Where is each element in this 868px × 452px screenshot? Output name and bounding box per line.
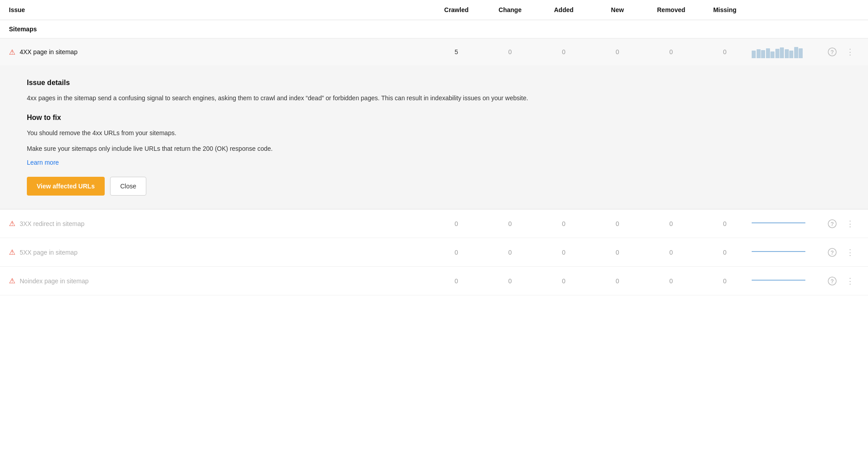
new-noindex: 0 (591, 277, 644, 285)
warning-icon-3xx: ⚠ (9, 219, 15, 228)
help-icon-5xx[interactable]: ? (823, 248, 841, 257)
chart-4xx (752, 46, 823, 58)
col-help (823, 6, 841, 13)
svg-text:?: ? (830, 249, 834, 256)
fix-step1: You should remove the 4xx URLs from your… (27, 128, 841, 138)
fix-step2: Make sure your sitemaps only include liv… (27, 144, 841, 154)
how-to-fix-title: How to fix (27, 114, 841, 122)
issue-row-3xx[interactable]: ⚠ 3XX redirect in sitemap 0 0 0 0 0 0 ? … (0, 209, 868, 238)
col-added: Added (537, 6, 591, 13)
svg-text:?: ? (830, 49, 834, 55)
new-3xx: 0 (591, 220, 644, 227)
added-noindex: 0 (537, 277, 591, 285)
missing-3xx: 0 (698, 220, 752, 227)
svg-text:?: ? (830, 221, 834, 227)
crawled-4xx: 5 (430, 48, 483, 55)
col-change: Change (483, 6, 537, 13)
detail-panel: Issue details 4xx pages in the sitemap s… (0, 65, 868, 209)
warning-icon-5xx: ⚠ (9, 248, 15, 256)
chart-5xx (752, 245, 823, 259)
change-4xx: 0 (483, 48, 537, 55)
new-4xx: 0 (591, 48, 644, 55)
issue-name-5xx: ⚠ 5XX page in sitemap (9, 248, 430, 256)
added-4xx: 0 (537, 48, 591, 55)
removed-4xx: 0 (644, 48, 698, 55)
crawled-5xx: 0 (430, 249, 483, 256)
added-5xx: 0 (537, 249, 591, 256)
issue-name-4xx: ⚠ 4XX page in sitemap (9, 48, 430, 56)
col-new: New (591, 6, 644, 13)
col-crawled: Crawled (430, 6, 483, 13)
col-chart (752, 6, 823, 13)
change-5xx: 0 (483, 249, 537, 256)
crawled-3xx: 0 (430, 220, 483, 227)
table-header: Issue Crawled Change Added New Removed M… (0, 0, 868, 20)
svg-text:?: ? (830, 278, 834, 284)
issue-row-4xx[interactable]: ⚠ 4XX page in sitemap 5 0 0 0 0 0 ? ⋮ (0, 38, 868, 65)
missing-5xx: 0 (698, 249, 752, 256)
added-3xx: 0 (537, 220, 591, 227)
more-icon-4xx[interactable]: ⋮ (841, 47, 859, 57)
view-urls-button[interactable]: View affected URLs (27, 177, 105, 196)
removed-noindex: 0 (644, 277, 698, 285)
new-5xx: 0 (591, 249, 644, 256)
help-icon-3xx[interactable]: ? (823, 219, 841, 228)
issue-row-noindex[interactable]: ⚠ Noindex page in sitemap 0 0 0 0 0 0 ? … (0, 267, 868, 295)
issue-name-noindex: ⚠ Noindex page in sitemap (9, 277, 430, 285)
change-noindex: 0 (483, 277, 537, 285)
learn-more-link[interactable]: Learn more (27, 159, 59, 166)
warning-icon-4xx: ⚠ (9, 48, 15, 56)
close-button[interactable]: Close (110, 177, 147, 196)
chart-3xx (752, 217, 823, 230)
help-icon-noindex[interactable]: ? (823, 277, 841, 286)
more-icon-3xx[interactable]: ⋮ (841, 219, 859, 229)
chart-noindex (752, 274, 823, 288)
missing-noindex: 0 (698, 277, 752, 285)
col-issue: Issue (9, 6, 430, 13)
removed-5xx: 0 (644, 249, 698, 256)
detail-description: 4xx pages in the sitemap send a confusin… (27, 93, 841, 103)
change-3xx: 0 (483, 220, 537, 227)
detail-title: Issue details (27, 79, 841, 87)
col-missing: Missing (698, 6, 752, 13)
more-icon-5xx[interactable]: ⋮ (841, 247, 859, 257)
issue-row-5xx[interactable]: ⚠ 5XX page in sitemap 0 0 0 0 0 0 ? ⋮ (0, 238, 868, 267)
warning-icon-noindex: ⚠ (9, 277, 15, 285)
section-sitemaps-title: Sitemaps (0, 20, 868, 38)
col-more (841, 6, 859, 13)
issue-name-3xx: ⚠ 3XX redirect in sitemap (9, 219, 430, 228)
more-icon-noindex[interactable]: ⋮ (841, 276, 859, 286)
col-removed: Removed (644, 6, 698, 13)
missing-4xx: 0 (698, 48, 752, 55)
help-icon-4xx[interactable]: ? (823, 47, 841, 56)
crawled-noindex: 0 (430, 277, 483, 285)
removed-3xx: 0 (644, 220, 698, 227)
